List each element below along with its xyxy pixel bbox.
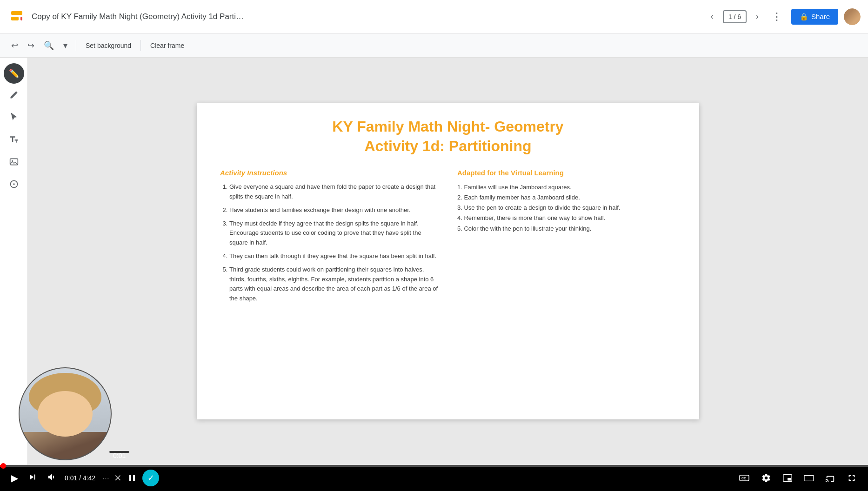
undo-button[interactable]: ↩: [7, 38, 22, 53]
right-column: Adapted for the Virtual Learning 1. Fami…: [457, 169, 676, 307]
lock-icon: 🔒: [800, 13, 808, 21]
svg-rect-10: [788, 478, 791, 481]
circle-icon: [9, 179, 19, 191]
list-item: 3. Use the pen to create a design to div…: [457, 203, 676, 213]
list-item: Have students and families exchange thei…: [229, 206, 439, 215]
virtual-list: 1. Families will use the Jamboard square…: [457, 182, 676, 233]
svg-text:CC: CC: [741, 477, 746, 480]
next-button[interactable]: [26, 470, 40, 486]
set-background-button[interactable]: Set background: [81, 39, 136, 52]
toolbar: ↩ ↪ 🔍 ▾ Set background Clear frame: [0, 33, 868, 58]
document-title: Copy of KY Family Math Night (Geometry) …: [32, 12, 701, 21]
pen-tool-button[interactable]: ✏️: [4, 63, 24, 84]
slide-title: KY Family Math Night- Geometry Activity …: [220, 117, 676, 156]
zoom-icon: 🔍: [44, 40, 54, 51]
eraser-tool-button[interactable]: [4, 86, 24, 106]
svg-point-6: [13, 183, 14, 185]
pause-button[interactable]: [125, 471, 140, 485]
text-icon: [9, 135, 19, 146]
svg-rect-11: [804, 476, 814, 481]
pen-icon: ✏️: [9, 68, 19, 79]
volume-icon: [47, 472, 57, 484]
prev-slide-button[interactable]: ‹: [707, 9, 717, 24]
list-item: 5. Color the with the pen to illustrate …: [457, 224, 676, 234]
cursor-icon: [9, 113, 19, 124]
settings-button[interactable]: [759, 471, 773, 485]
app-logo: [7, 7, 26, 26]
miniplayer-button[interactable]: [781, 471, 795, 485]
zoom-dropdown-button[interactable]: ▾: [60, 38, 71, 53]
slide-body: Activity Instructions Give everyone a sq…: [220, 169, 676, 307]
list-item: 2. Each family member has a Jamboard sli…: [457, 192, 676, 203]
eraser-icon: [9, 90, 19, 102]
chevron-down-icon: ▾: [63, 40, 67, 51]
undo-icon: ↩: [11, 40, 18, 51]
text-tool-button[interactable]: [4, 130, 24, 151]
fullscreen-button[interactable]: [845, 471, 859, 485]
next-slide-button[interactable]: ›: [752, 9, 762, 24]
top-bar: Copy of KY Family Math Night (Geometry) …: [0, 0, 868, 33]
toolbar-separator: [76, 40, 76, 51]
checkmark-icon: ✓: [147, 473, 154, 483]
redo-button[interactable]: ↪: [24, 38, 38, 53]
share-button[interactable]: 🔒 Share: [791, 9, 838, 25]
right-controls: CC: [737, 471, 859, 485]
volume-button[interactable]: [45, 470, 59, 486]
redo-icon: ↪: [27, 40, 34, 51]
time-display: 0:01 / 4:42: [65, 474, 95, 482]
zoom-button[interactable]: 🔍: [40, 38, 58, 53]
progress-dot: [0, 463, 6, 469]
more-controls: ··· ✕ ✓: [101, 470, 159, 486]
skip-next-icon: [27, 472, 38, 484]
list-item: 1. Families will use the Jamboard square…: [457, 182, 676, 192]
captions-button[interactable]: CC: [737, 471, 752, 485]
slide-counter: 1 / 6: [723, 10, 747, 23]
close-button[interactable]: ✕: [114, 472, 122, 484]
video-controls-bar: ▶ 0:01 / 4:42 ··· ✕ ✓ CC: [0, 465, 868, 491]
circle-tool-button[interactable]: [4, 175, 24, 195]
timestamp-badge: 0:01: [109, 451, 129, 453]
list-item: They can then talk through if they agree…: [229, 252, 439, 261]
list-item: They must decide if they agree that the …: [229, 219, 439, 248]
main-area: ✏️: [0, 58, 868, 465]
avatar[interactable]: [844, 8, 861, 25]
image-tool-button[interactable]: [4, 153, 24, 173]
svg-rect-1: [11, 17, 19, 20]
svg-rect-0: [11, 11, 22, 15]
slide-canvas: KY Family Math Night- Geometry Activity …: [197, 103, 699, 419]
activity-list: Give everyone a square and have them fol…: [220, 182, 439, 304]
virtual-learning-label: Adapted for the Virtual Learning: [457, 169, 676, 177]
theater-mode-button[interactable]: [802, 471, 816, 485]
image-icon: [9, 157, 19, 169]
play-button[interactable]: ▶: [9, 471, 20, 485]
cast-button[interactable]: [823, 471, 837, 485]
more-options-button[interactable]: ⋮: [768, 8, 786, 26]
left-column: Activity Instructions Give everyone a sq…: [220, 169, 439, 307]
progress-bar-container[interactable]: [0, 465, 868, 467]
video-pip: [19, 367, 112, 460]
toolbar-separator-2: [140, 40, 141, 51]
svg-rect-2: [20, 17, 22, 20]
play-icon: ▶: [11, 472, 18, 484]
select-tool-button[interactable]: [4, 108, 24, 128]
clear-frame-button[interactable]: Clear frame: [146, 39, 189, 52]
slide-canvas-wrapper: KY Family Math Night- Geometry Activity …: [28, 58, 868, 465]
list-item: Give everyone a square and have them fol…: [229, 182, 439, 202]
check-button[interactable]: ✓: [142, 470, 159, 486]
activity-instructions-label: Activity Instructions: [220, 169, 439, 177]
list-item: 4. Remember, there is more than one way …: [457, 213, 676, 223]
more-button[interactable]: ···: [101, 473, 111, 484]
list-item: Third grade students could work on parti…: [229, 265, 439, 304]
